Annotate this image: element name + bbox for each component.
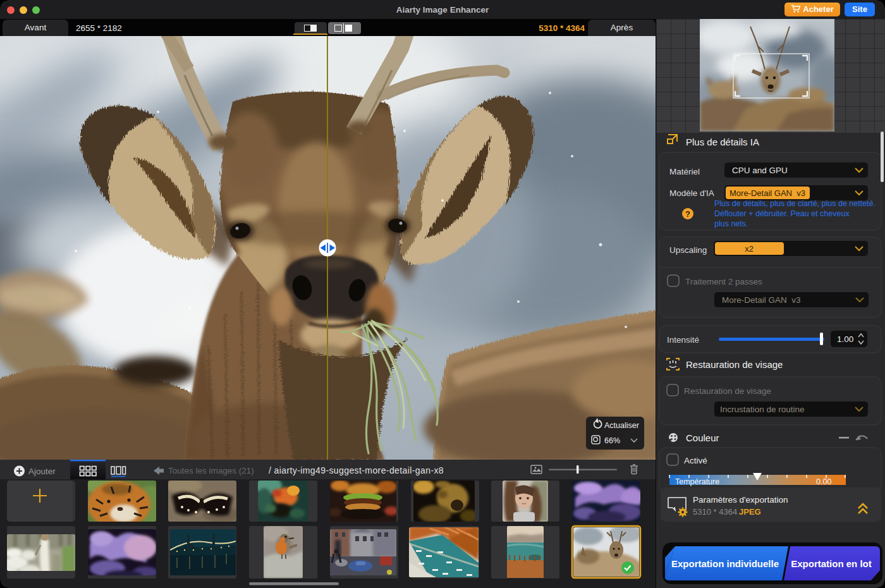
svg-text:CPU and GPU: CPU and GPU [732,166,788,175]
svg-text:Paramètres d'exportation: Paramètres d'exportation [693,495,788,505]
svg-text:1.00: 1.00 [837,334,853,344]
svg-text:Modèle d'IA: Modèle d'IA [669,188,714,198]
svg-text:Couleur: Couleur [686,432,719,443]
svg-text:0.00: 0.00 [816,477,831,486]
svg-text:?: ? [685,209,690,219]
svg-text:Plus de détails IA: Plus de détails IA [686,137,759,147]
svg-text:More-Detail GAN v3: More-Detail GAN v3 [729,188,805,198]
svg-text:More-Detail GAN v3: More-Detail GAN v3 [722,295,801,305]
svg-text:Exportation en lot: Exportation en lot [791,558,872,569]
svg-text:/ aiarty-img49-suggest-more-de: / aiarty-img49-suggest-more-detail-gan-x… [269,465,444,475]
svg-text:Activé: Activé [684,456,707,465]
svg-text:Plus de détails, plus de clart: Plus de détails, plus de clarté, plus de… [714,199,876,208]
svg-text:JPEG: JPEG [739,507,761,517]
svg-text:x2: x2 [745,244,754,254]
svg-text:Exportation individuelle: Exportation individuelle [671,558,779,569]
svg-text:Traitement 2 passes: Traitement 2 passes [685,277,762,286]
svg-text:Intensité: Intensité [667,335,699,345]
svg-text:Matériel: Matériel [669,167,700,176]
svg-text:Restauration de visage: Restauration de visage [686,359,783,370]
svg-text:Déflouter + débruiter. Peau et: Déflouter + débruiter. Peau et cheveux [714,209,850,218]
svg-text:Restauration de visage: Restauration de visage [684,386,771,396]
svg-text:66%: 66% [604,436,620,445]
svg-text:Actualiser: Actualiser [604,421,639,430]
svg-text:Température: Température [675,477,719,486]
svg-text:Upscaling: Upscaling [669,245,707,255]
svg-text:Toutes les images (21): Toutes les images (21) [168,466,254,475]
svg-text:Ajouter: Ajouter [28,467,56,476]
svg-text:Incrustation de routine: Incrustation de routine [720,405,805,414]
svg-text:5310 * 4364: 5310 * 4364 [693,507,737,517]
svg-text:plus nets.: plus nets. [714,219,748,228]
